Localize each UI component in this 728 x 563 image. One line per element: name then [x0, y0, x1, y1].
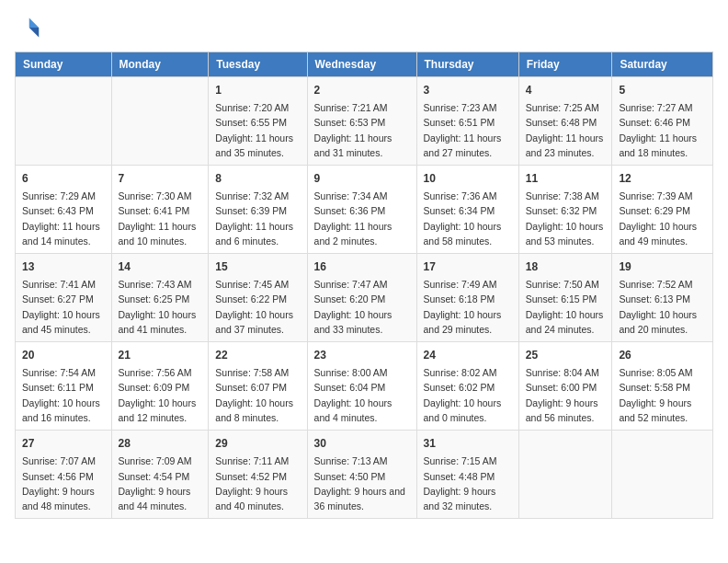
- day-detail: Sunrise: 7:49 AMSunset: 6:18 PMDaylight:…: [424, 277, 512, 337]
- day-number: 8: [215, 170, 300, 187]
- day-number: 16: [314, 259, 410, 275]
- calendar-cell: [111, 77, 209, 166]
- day-number: 13: [22, 259, 105, 275]
- day-detail: Sunrise: 7:41 AMSunset: 6:27 PMDaylight:…: [22, 277, 105, 337]
- day-detail: Sunrise: 8:00 AMSunset: 6:04 PMDaylight:…: [314, 365, 410, 425]
- day-number: 10: [424, 170, 512, 187]
- day-detail: Sunrise: 7:20 AMSunset: 6:55 PMDaylight:…: [215, 100, 300, 160]
- header-tuesday: Tuesday: [209, 52, 307, 77]
- day-detail: Sunrise: 7:43 AMSunset: 6:25 PMDaylight:…: [119, 277, 202, 337]
- day-number: 25: [526, 347, 606, 363]
- calendar-cell: [16, 77, 112, 166]
- day-number: 17: [424, 259, 512, 275]
- calendar-cell: 14Sunrise: 7:43 AMSunset: 6:25 PMDayligh…: [111, 254, 209, 342]
- calendar-table: SundayMondayTuesdayWednesdayThursdayFrid…: [15, 52, 713, 519]
- day-number: 18: [526, 259, 606, 275]
- day-number: 14: [119, 259, 202, 275]
- day-number: 27: [22, 435, 105, 452]
- calendar-cell: [518, 431, 612, 519]
- day-detail: Sunrise: 7:56 AMSunset: 6:09 PMDaylight:…: [119, 365, 202, 425]
- calendar-cell: 2Sunrise: 7:21 AMSunset: 6:53 PMDaylight…: [307, 77, 416, 166]
- day-number: 26: [619, 347, 706, 363]
- day-detail: Sunrise: 7:13 AMSunset: 4:50 PMDaylight:…: [314, 454, 410, 513]
- day-number: 28: [119, 435, 202, 452]
- header-wednesday: Wednesday: [307, 52, 416, 77]
- day-number: 31: [424, 435, 512, 452]
- calendar-cell: 8Sunrise: 7:32 AMSunset: 6:39 PMDaylight…: [209, 166, 307, 254]
- header-friday: Friday: [518, 52, 612, 77]
- day-number: 24: [424, 347, 512, 363]
- calendar-cell: 4Sunrise: 7:25 AMSunset: 6:48 PMDaylight…: [518, 77, 612, 166]
- day-number: 7: [119, 170, 202, 187]
- day-detail: Sunrise: 7:45 AMSunset: 6:22 PMDaylight:…: [215, 277, 300, 337]
- header-thursday: Thursday: [416, 52, 518, 77]
- day-detail: Sunrise: 7:54 AMSunset: 6:11 PMDaylight:…: [22, 365, 105, 425]
- day-detail: Sunrise: 7:09 AMSunset: 4:54 PMDaylight:…: [119, 454, 202, 513]
- calendar-cell: 9Sunrise: 7:34 AMSunset: 6:36 PMDaylight…: [307, 166, 416, 254]
- calendar-cell: 15Sunrise: 7:45 AMSunset: 6:22 PMDayligh…: [209, 254, 307, 342]
- calendar-header: SundayMondayTuesdayWednesdayThursdayFrid…: [16, 52, 713, 77]
- header-monday: Monday: [111, 52, 209, 77]
- day-number: 12: [619, 170, 706, 187]
- calendar-cell: 29Sunrise: 7:11 AMSunset: 4:52 PMDayligh…: [209, 431, 307, 519]
- calendar-body: 1Sunrise: 7:20 AMSunset: 6:55 PMDaylight…: [16, 77, 713, 519]
- page-header: [15, 15, 713, 40]
- day-number: 29: [215, 435, 300, 452]
- day-detail: Sunrise: 7:30 AMSunset: 6:41 PMDaylight:…: [119, 189, 202, 248]
- calendar-cell: [612, 431, 713, 519]
- calendar-cell: 6Sunrise: 7:29 AMSunset: 6:43 PMDaylight…: [16, 166, 112, 254]
- day-detail: Sunrise: 7:23 AMSunset: 6:51 PMDaylight:…: [424, 100, 512, 160]
- calendar-cell: 23Sunrise: 8:00 AMSunset: 6:04 PMDayligh…: [307, 342, 416, 431]
- week-row-4: 27Sunrise: 7:07 AMSunset: 4:56 PMDayligh…: [16, 431, 713, 519]
- day-number: 30: [314, 435, 410, 452]
- day-number: 9: [314, 170, 410, 187]
- header-saturday: Saturday: [612, 52, 713, 77]
- logo: [15, 15, 44, 40]
- day-detail: Sunrise: 7:32 AMSunset: 6:39 PMDaylight:…: [215, 189, 300, 248]
- day-number: 19: [619, 259, 706, 275]
- logo-icon: [15, 15, 40, 40]
- day-detail: Sunrise: 7:15 AMSunset: 4:48 PMDaylight:…: [424, 454, 512, 513]
- calendar-cell: 10Sunrise: 7:36 AMSunset: 6:34 PMDayligh…: [416, 166, 518, 254]
- day-detail: Sunrise: 8:05 AMSunset: 5:58 PMDaylight:…: [619, 365, 706, 425]
- day-number: 5: [619, 82, 706, 98]
- calendar-cell: 30Sunrise: 7:13 AMSunset: 4:50 PMDayligh…: [307, 431, 416, 519]
- week-row-0: 1Sunrise: 7:20 AMSunset: 6:55 PMDaylight…: [16, 77, 713, 166]
- header-sunday: Sunday: [16, 52, 112, 77]
- calendar-cell: 20Sunrise: 7:54 AMSunset: 6:11 PMDayligh…: [16, 342, 112, 431]
- calendar-cell: 12Sunrise: 7:39 AMSunset: 6:29 PMDayligh…: [612, 166, 713, 254]
- calendar-cell: 19Sunrise: 7:52 AMSunset: 6:13 PMDayligh…: [612, 254, 713, 342]
- day-number: 1: [215, 82, 300, 98]
- day-detail: Sunrise: 7:47 AMSunset: 6:20 PMDaylight:…: [314, 277, 410, 337]
- day-number: 22: [215, 347, 300, 363]
- week-row-1: 6Sunrise: 7:29 AMSunset: 6:43 PMDaylight…: [16, 166, 713, 254]
- day-detail: Sunrise: 7:58 AMSunset: 6:07 PMDaylight:…: [215, 365, 300, 425]
- day-detail: Sunrise: 7:38 AMSunset: 6:32 PMDaylight:…: [526, 189, 606, 248]
- day-number: 3: [424, 82, 512, 98]
- day-detail: Sunrise: 7:21 AMSunset: 6:53 PMDaylight:…: [314, 100, 410, 160]
- day-detail: Sunrise: 7:52 AMSunset: 6:13 PMDaylight:…: [619, 277, 706, 337]
- day-detail: Sunrise: 8:02 AMSunset: 6:02 PMDaylight:…: [424, 365, 512, 425]
- day-number: 11: [526, 170, 606, 187]
- calendar-cell: 24Sunrise: 8:02 AMSunset: 6:02 PMDayligh…: [416, 342, 518, 431]
- day-detail: Sunrise: 8:04 AMSunset: 6:00 PMDaylight:…: [526, 365, 606, 425]
- calendar-cell: 16Sunrise: 7:47 AMSunset: 6:20 PMDayligh…: [307, 254, 416, 342]
- calendar-cell: 28Sunrise: 7:09 AMSunset: 4:54 PMDayligh…: [111, 431, 209, 519]
- day-detail: Sunrise: 7:36 AMSunset: 6:34 PMDaylight:…: [424, 189, 512, 248]
- day-detail: Sunrise: 7:27 AMSunset: 6:46 PMDaylight:…: [619, 100, 706, 160]
- day-detail: Sunrise: 7:11 AMSunset: 4:52 PMDaylight:…: [215, 454, 300, 513]
- day-detail: Sunrise: 7:39 AMSunset: 6:29 PMDaylight:…: [619, 189, 706, 248]
- calendar-cell: 17Sunrise: 7:49 AMSunset: 6:18 PMDayligh…: [416, 254, 518, 342]
- calendar-cell: 1Sunrise: 7:20 AMSunset: 6:55 PMDaylight…: [209, 77, 307, 166]
- day-number: 6: [22, 170, 105, 187]
- day-number: 21: [119, 347, 202, 363]
- week-row-2: 13Sunrise: 7:41 AMSunset: 6:27 PMDayligh…: [16, 254, 713, 342]
- day-detail: Sunrise: 7:29 AMSunset: 6:43 PMDaylight:…: [22, 189, 105, 248]
- calendar-cell: 3Sunrise: 7:23 AMSunset: 6:51 PMDaylight…: [416, 77, 518, 166]
- day-number: 23: [314, 347, 410, 363]
- calendar-cell: 27Sunrise: 7:07 AMSunset: 4:56 PMDayligh…: [16, 431, 112, 519]
- day-detail: Sunrise: 7:07 AMSunset: 4:56 PMDaylight:…: [22, 454, 105, 513]
- day-detail: Sunrise: 7:50 AMSunset: 6:15 PMDaylight:…: [526, 277, 606, 337]
- calendar-cell: 22Sunrise: 7:58 AMSunset: 6:07 PMDayligh…: [209, 342, 307, 431]
- calendar-cell: 5Sunrise: 7:27 AMSunset: 6:46 PMDaylight…: [612, 77, 713, 166]
